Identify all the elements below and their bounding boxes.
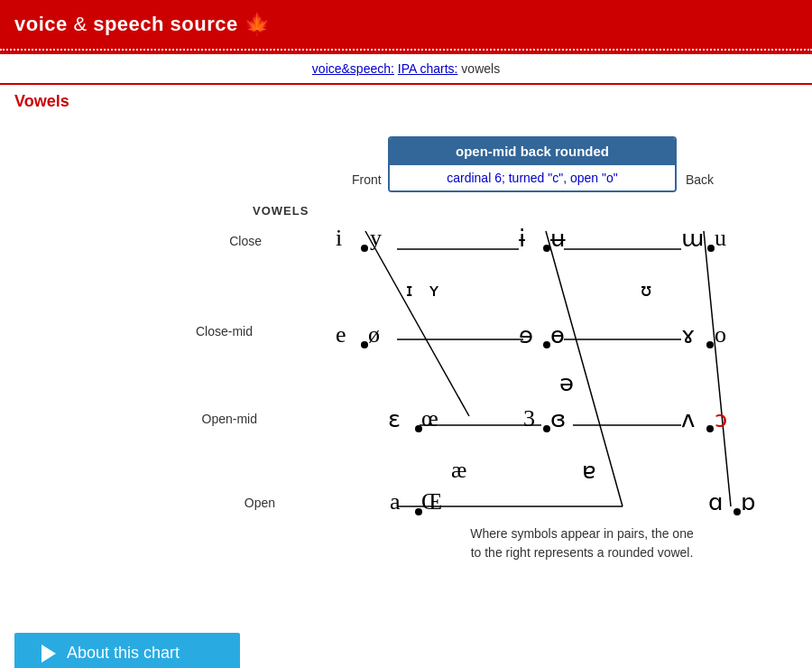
ipa-u[interactable]: u (715, 225, 726, 252)
dot-back-open-mid (706, 425, 714, 432)
col-header-back: Back (686, 172, 714, 187)
dot-back-close-mid (706, 341, 714, 348)
play-icon (42, 645, 56, 663)
ipa-open-mid-central-unrounded[interactable]: 3 (523, 405, 535, 432)
site-title: voice & speech source (14, 13, 238, 36)
ipa-close-mid-back-unrounded[interactable]: ɤ (681, 321, 695, 349)
ipa-open-front-rounded[interactable]: Œ (421, 488, 442, 515)
dot-i (361, 245, 368, 252)
ipa-near-open-front[interactable]: æ (451, 457, 466, 484)
ipa-close-central-rounded[interactable]: ʉ (550, 225, 565, 253)
svg-line-7 (365, 231, 469, 416)
ipa-open-mid-back-rounded[interactable]: ɔ (715, 405, 727, 433)
about-button-label: About this chart (67, 644, 180, 663)
ipa-schwa[interactable]: ə (559, 369, 574, 397)
ipa-close-mid-central-unrounded[interactable]: ɘ (519, 321, 533, 349)
breadcrumb-current: vowels (461, 61, 500, 76)
bottom-note: Where symbols appear in pairs, the oneto… (420, 524, 744, 562)
breadcrumb-link-ipa[interactable]: IPA charts: (398, 61, 458, 76)
page-title: Vowels (0, 85, 812, 118)
ipa-open-mid-front-rounded[interactable]: œ (421, 405, 438, 432)
ipa-near-close-front-rounded[interactable]: ʏ (429, 279, 439, 301)
dot-central-close (543, 245, 550, 252)
ipa-near-close-back-rounded[interactable]: ʊ (641, 279, 651, 301)
dot-back-open (734, 508, 741, 515)
main-content: open-mid back rounded cardinal 6; turned… (0, 127, 812, 615)
chart-area: Front Central Back VOWELS Close Close-mi… (9, 127, 803, 597)
ipa-close-mid-central-rounded[interactable]: ɵ (550, 321, 565, 349)
ipa-close-central-unrounded[interactable]: ɨ (519, 225, 525, 253)
tooltip-title: open-mid back rounded (390, 138, 675, 164)
ipa-open-back-unrounded[interactable]: ɑ (708, 488, 724, 516)
breadcrumb: voice&speech: IPA charts: vowels (0, 54, 812, 85)
ipa-close-back-unrounded[interactable]: ɯ (681, 225, 704, 253)
tooltip-subtitle: cardinal 6; turned "c", open "o" (390, 164, 675, 190)
about-button[interactable]: About this chart (14, 633, 240, 668)
ipa-open-front-unrounded[interactable]: a (390, 488, 401, 515)
dot-e (361, 341, 368, 348)
vowels-label: VOWELS (253, 204, 309, 218)
maple-leaf-icon: 🍁 (244, 12, 271, 37)
dot-central-close-mid (543, 341, 550, 348)
ipa-y[interactable]: y (370, 225, 382, 252)
ipa-close-mid-front-rounded[interactable]: ø (368, 321, 380, 348)
ipa-open-mid-central-rounded[interactable]: ɞ (550, 405, 566, 433)
col-header-front: Front (352, 172, 382, 187)
ipa-open-back-rounded[interactable]: ɒ (741, 488, 756, 516)
row-label-open-mid: Open-mid (176, 412, 257, 426)
row-label-open: Open (194, 496, 275, 510)
ipa-e[interactable]: e (336, 321, 346, 348)
ipa-open-mid-front-unrounded[interactable]: ɛ (388, 405, 401, 433)
ipa-i[interactable]: i (336, 225, 342, 252)
ipa-near-close-front-unrounded[interactable]: ɪ (406, 279, 412, 301)
dot-back-close (707, 245, 715, 252)
site-header: voice & speech source 🍁 (0, 0, 812, 49)
ipa-near-open-central[interactable]: ɐ (582, 457, 596, 485)
tooltip-box: open-mid back rounded cardinal 6; turned… (388, 136, 677, 192)
ipa-open-mid-back-unrounded[interactable]: ʌ (681, 405, 695, 433)
svg-line-9 (704, 231, 731, 506)
dot-central-open-mid (543, 425, 550, 432)
row-label-close-mid: Close-mid (171, 324, 253, 339)
ipa-o[interactable]: o (715, 321, 726, 348)
row-label-close: Close (180, 234, 262, 248)
breadcrumb-link-voicespeech[interactable]: voice&speech: (312, 61, 394, 76)
